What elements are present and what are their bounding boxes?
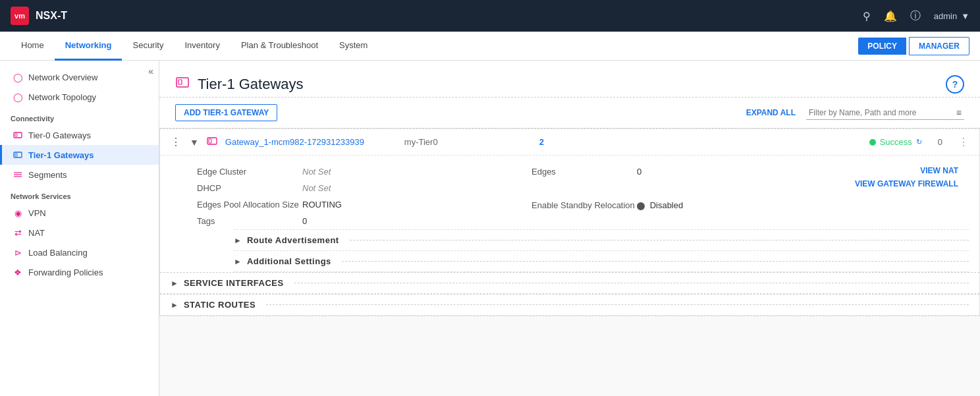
detail-label-edges-pool: Edges Pool Allocation Size — [197, 200, 302, 210]
detail-value-edges: 0 — [637, 167, 641, 177]
sidebar-item-network-topology[interactable]: ◯ Network Topology — [0, 87, 159, 107]
row-expand-button[interactable]: ▼ — [190, 137, 199, 148]
sidebar-collapse-button[interactable]: « — [148, 66, 153, 76]
nav-plan-troubleshoot[interactable]: Plan & Troubleshoot — [231, 32, 329, 61]
sidebar-item-label: Tier-0 Gateways — [28, 130, 91, 140]
detail-edge-cluster: Edge Cluster Not Set — [197, 163, 516, 180]
help-icon[interactable]: ⓘ — [910, 9, 921, 23]
gateway-type-icon — [207, 136, 217, 148]
content-area: Tier-1 Gateways ? ADD TIER-1 GATEWAY EXP… — [159, 61, 980, 396]
status-refresh-icon[interactable]: ↻ — [916, 138, 922, 146]
sidebar-item-network-overview[interactable]: ◯ Network Overview — [0, 67, 159, 87]
top-bar: vm NSX-T ⚲ 🔔 ⓘ admin ▼ — [0, 0, 980, 32]
nat-icon: ⇄ — [13, 227, 23, 238]
add-tier1-gateway-button[interactable]: ADD TIER-1 GATEWAY — [175, 104, 277, 121]
row-status: Success ↻ — [869, 137, 922, 147]
sub-sections: ► Route Advertisement ► Additional Setti… — [234, 229, 969, 272]
detail-value-tags: 0 — [302, 216, 307, 226]
detail-label-dhcp: DHCP — [197, 183, 302, 193]
sidebar: « ◯ Network Overview ◯ Network Topology … — [0, 61, 159, 396]
user-menu[interactable]: admin ▼ — [934, 11, 969, 21]
row-main: ⋮ ▼ Gateway_1-mcm982-172931233939 my-Tie… — [160, 129, 979, 156]
sidebar-group-connectivity: Connectivity — [0, 107, 159, 125]
sidebar-item-label: Network Topology — [28, 92, 96, 102]
network-topology-icon: ◯ — [13, 92, 23, 102]
view-gateway-firewall-link[interactable]: VIEW GATEWAY FIREWALL — [855, 179, 958, 188]
sidebar-item-tier0-gateways[interactable]: Tier-0 Gateways — [0, 125, 159, 145]
detail-label-standby: Enable Standby Relocation — [531, 200, 637, 210]
sidebar-item-forwarding-policies[interactable]: ❖ Forwarding Policies — [0, 262, 159, 282]
sub-section-route-advertisement[interactable]: ► Route Advertisement — [234, 230, 969, 251]
sidebar-item-segments[interactable]: Segments — [0, 165, 159, 184]
vpn-icon: ◉ — [13, 208, 23, 218]
policy-button[interactable]: POLICY — [858, 38, 906, 55]
status-dot — [869, 139, 876, 146]
sidebar-item-label: Load Balancing — [28, 248, 88, 258]
sidebar-item-label: Tier-1 Gateways — [28, 150, 94, 160]
toolbar: ADD TIER-1 GATEWAY EXPAND ALL ≡ — [159, 98, 980, 128]
bell-icon[interactable]: 🔔 — [884, 10, 897, 22]
detail-label-edges: Edges — [531, 167, 637, 177]
svg-rect-1 — [15, 134, 17, 136]
secondary-nav: Home Networking Security Inventory Plan … — [0, 32, 980, 61]
app-logo: vm NSX-T — [11, 7, 67, 25]
user-dropdown-icon: ▼ — [961, 11, 969, 21]
sub-section-additional-settings[interactable]: ► Additional Settings — [234, 251, 969, 272]
sidebar-item-label: Network Overview — [28, 72, 97, 82]
sidebar-item-nat[interactable]: ⇄ NAT — [0, 223, 159, 242]
status-text: Success — [880, 137, 912, 147]
top-bar-icons: ⚲ 🔔 ⓘ admin ▼ — [863, 9, 969, 23]
view-nat-link[interactable]: VIEW NAT — [920, 166, 958, 175]
svg-rect-8 — [178, 80, 182, 84]
sidebar-item-label: Segments — [28, 170, 67, 180]
username: admin — [934, 11, 957, 21]
sidebar-item-label: VPN — [28, 208, 46, 218]
detail-dhcp: DHCP Not Set — [197, 180, 516, 196]
nav-system[interactable]: System — [329, 32, 378, 61]
segments-icon — [13, 169, 23, 180]
detail-value-standby: Disabled — [637, 200, 683, 210]
filter-input[interactable] — [809, 108, 956, 117]
tier1-gateways-icon — [13, 150, 23, 160]
static-routes-row[interactable]: ► STATIC ROUTES — [160, 295, 979, 316]
detail-value-edges-pool: ROUTING — [302, 200, 342, 210]
manager-button[interactable]: MANAGER — [909, 37, 969, 55]
row-context-menu[interactable]: ⋮ — [171, 136, 182, 148]
detail-edges-pool: Edges Pool Allocation Size ROUTING — [197, 196, 516, 213]
forwarding-policies-icon: ❖ — [13, 267, 23, 277]
sidebar-item-label: NAT — [28, 228, 45, 238]
nav-home[interactable]: Home — [11, 32, 55, 61]
row-number: 0 — [930, 137, 950, 147]
nav-security[interactable]: Security — [122, 32, 174, 61]
nav-networking[interactable]: Networking — [55, 32, 122, 61]
page-title: Tier-1 Gateways — [198, 76, 304, 93]
detail-label-edge-cluster: Edge Cluster — [197, 167, 302, 177]
tier0-gateways-icon — [13, 130, 23, 140]
detail-edges: Edges 0 — [531, 163, 850, 180]
sidebar-item-vpn[interactable]: ◉ VPN — [0, 203, 159, 223]
filter-input-wrap: ≡ — [806, 106, 964, 120]
svg-rect-10 — [209, 139, 211, 143]
help-circle-icon[interactable]: ? — [946, 75, 964, 94]
search-icon[interactable]: ⚲ — [863, 10, 871, 22]
service-interfaces-section: ► SERVICE INTERFACES — [160, 272, 979, 294]
svg-rect-3 — [15, 154, 17, 156]
detail-value-dhcp: Not Set — [302, 183, 331, 193]
expand-all-button[interactable]: EXPAND ALL — [746, 108, 796, 117]
static-routes-label: STATIC ROUTES — [184, 300, 256, 310]
row-gateway-name[interactable]: Gateway_1-mcm982-172931233939 — [225, 137, 396, 147]
sidebar-group-network-services: Network Services — [0, 184, 159, 203]
service-interfaces-row[interactable]: ► SERVICE INTERFACES — [160, 273, 979, 294]
row-lines-icon[interactable]: ⋮ — [958, 136, 969, 148]
app-name: NSX-T — [36, 10, 67, 22]
detail-value-edge-cluster: Not Set — [302, 167, 331, 177]
route-advert-label: Route Advertisement — [247, 235, 339, 245]
standby-disabled-dot — [637, 202, 645, 210]
nav-inventory[interactable]: Inventory — [174, 32, 230, 61]
row-count-value[interactable]: 2 — [504, 137, 544, 147]
vm-logo-icon: vm — [11, 7, 29, 25]
main-layout: « ◯ Network Overview ◯ Network Topology … — [0, 61, 980, 396]
detail-label-tags: Tags — [197, 216, 302, 226]
sidebar-item-tier1-gateways[interactable]: Tier-1 Gateways — [0, 145, 159, 165]
sidebar-item-load-balancing[interactable]: ⊳ Load Balancing — [0, 242, 159, 262]
